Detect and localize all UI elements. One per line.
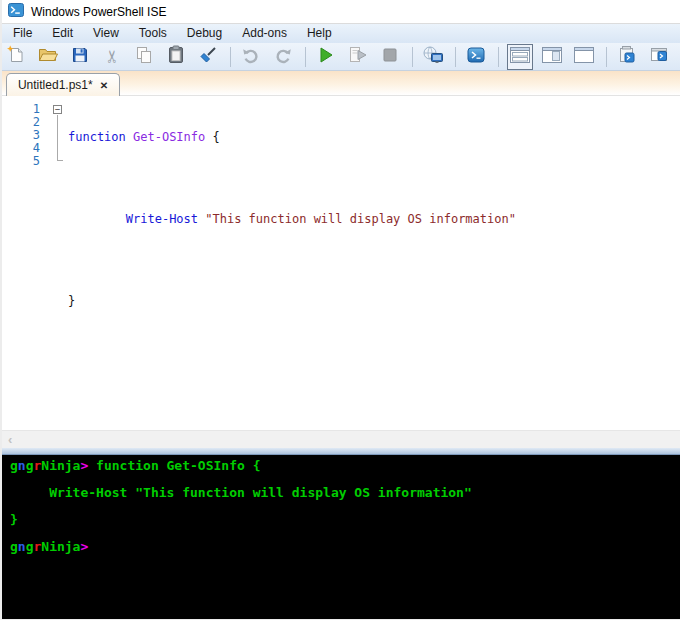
open-script-button[interactable]	[37, 45, 59, 69]
addon-window-ps-icon	[617, 45, 637, 69]
console-pane[interactable]: gngrNinja> function Get-OSInfo { Write-H…	[2, 455, 680, 619]
stop-operation-button[interactable]	[379, 45, 401, 69]
powershell-addon-button-1[interactable]	[616, 45, 638, 69]
powershell-addon-button-2[interactable]	[648, 45, 670, 69]
addon-pane-ps-icon	[649, 45, 669, 69]
new-script-icon	[6, 45, 26, 69]
title-bar: Windows PowerShell ISE	[2, 0, 680, 24]
layout-right-icon	[542, 47, 562, 67]
menu-addons[interactable]: Add-ons	[232, 24, 297, 43]
toolbar-separator	[305, 47, 306, 67]
show-script-pane-maximized-button[interactable]	[573, 45, 595, 69]
new-remote-powershell-tab-button[interactable]	[422, 45, 444, 69]
menu-bar: File Edit View Tools Debug Add-ons Help	[2, 24, 680, 43]
menu-help[interactable]: Help	[297, 24, 342, 43]
script-editor-pane[interactable]: 1 2 3 4 5 − function Get-OSInfo { Write-…	[2, 96, 680, 430]
code-fold-guide-line	[57, 115, 63, 161]
open-brace: {	[205, 130, 219, 144]
remote-computer-icon	[422, 45, 444, 69]
code-line-4	[68, 254, 516, 267]
console-input-text: Write-Host "This function will display O…	[10, 485, 472, 500]
scroll-left-arrow-icon[interactable]: ‹	[8, 433, 12, 446]
code-line-2	[68, 172, 516, 185]
line-number: 5	[2, 155, 40, 168]
console-blank-line	[10, 527, 680, 541]
toolbar-separator	[230, 47, 231, 67]
stop-square-icon	[381, 46, 399, 68]
window-title: Windows PowerShell ISE	[31, 5, 166, 19]
console-line-3: }	[10, 513, 680, 527]
function-name: Get-OSInfo	[126, 130, 205, 144]
run-script-button[interactable]	[315, 45, 337, 69]
tab-untitled1[interactable]: Untitled1.ps1* ✕	[6, 73, 120, 96]
menu-tools[interactable]: Tools	[129, 24, 177, 43]
code-line-3: Write-Host "This function will display O…	[68, 213, 516, 226]
prompt-char: n	[18, 539, 26, 554]
prompt-gt: >	[80, 539, 88, 554]
script-tab-bar: Untitled1.ps1* ✕	[2, 71, 680, 96]
console-blank-line	[10, 473, 680, 487]
prompt-char: n	[18, 458, 26, 473]
undo-button[interactable]	[240, 45, 262, 69]
tab-close-icon[interactable]: ✕	[100, 80, 108, 91]
editor-horizontal-scrollbar[interactable]: ‹	[2, 430, 680, 448]
save-floppy-icon	[70, 45, 90, 69]
console-line-4: gngrNinja>	[10, 540, 680, 554]
toolbar-separator	[455, 47, 456, 67]
show-script-pane-right-button[interactable]	[541, 45, 563, 69]
show-script-pane-top-button[interactable]	[507, 44, 533, 70]
console-line-1: gngrNinja> function Get-OSInfo {	[10, 459, 680, 473]
run-play-icon	[317, 46, 335, 68]
prompt-name: Ninja	[41, 458, 80, 473]
toolbar: ✂	[2, 43, 680, 71]
toolbar-separator	[498, 47, 499, 67]
code-line-5: }	[68, 295, 516, 308]
pane-splitter-handle[interactable]	[2, 448, 680, 455]
tab-label: Untitled1.ps1*	[18, 78, 93, 92]
toolbar-separator	[606, 47, 607, 67]
paste-button[interactable]	[165, 45, 187, 69]
code-line-1: function Get-OSInfo {	[68, 131, 516, 144]
code-text: function Get-OSInfo { Write-Host "This f…	[68, 103, 516, 336]
console-input-text: }	[10, 512, 18, 527]
code-fold-toggle[interactable]: −	[53, 105, 62, 114]
prompt-char: g	[10, 539, 18, 554]
prompt-char: g	[10, 458, 18, 473]
keyword-function: function	[68, 130, 126, 144]
open-folder-icon	[37, 45, 59, 69]
powershell-exe-icon	[466, 45, 486, 69]
line-number-gutter: 1 2 3 4 5	[2, 103, 40, 168]
redo-arrow-icon	[273, 45, 293, 69]
menu-edit[interactable]: Edit	[42, 24, 83, 43]
menu-debug[interactable]: Debug	[177, 24, 232, 43]
new-script-button[interactable]	[5, 45, 27, 69]
console-line-2: Write-Host "This function will display O…	[10, 486, 680, 500]
menu-view[interactable]: View	[83, 24, 129, 43]
console-blank-line	[10, 500, 680, 514]
console-input-text: function Get-OSInfo {	[88, 458, 260, 473]
string-literal: "This function will display OS informati…	[198, 212, 516, 226]
toolbar-separator	[412, 47, 413, 67]
cut-button[interactable]: ✂	[101, 45, 123, 69]
powershell-ise-window: Windows PowerShell ISE File Edit View To…	[0, 0, 680, 620]
prompt-name: Ninja	[41, 539, 80, 554]
copy-icon	[134, 45, 154, 69]
run-selection-icon	[347, 45, 369, 69]
clear-console-pane-button[interactable]	[197, 45, 219, 69]
redo-button[interactable]	[272, 45, 294, 69]
start-powershell-exe-button[interactable]	[465, 45, 487, 69]
save-button[interactable]	[69, 45, 91, 69]
menu-file[interactable]: File	[3, 24, 42, 43]
undo-arrow-icon	[241, 45, 261, 69]
layout-top-icon	[510, 47, 530, 67]
powershell-app-icon	[8, 2, 24, 22]
copy-button[interactable]	[133, 45, 155, 69]
cmdlet-write-host: Write-Host	[68, 212, 198, 226]
paste-clipboard-icon	[166, 45, 186, 69]
squeegee-icon	[198, 45, 218, 69]
layout-maximized-icon	[574, 47, 594, 67]
cut-scissors-icon: ✂	[102, 49, 123, 63]
close-brace: }	[68, 294, 75, 308]
run-selection-button[interactable]	[347, 45, 369, 69]
